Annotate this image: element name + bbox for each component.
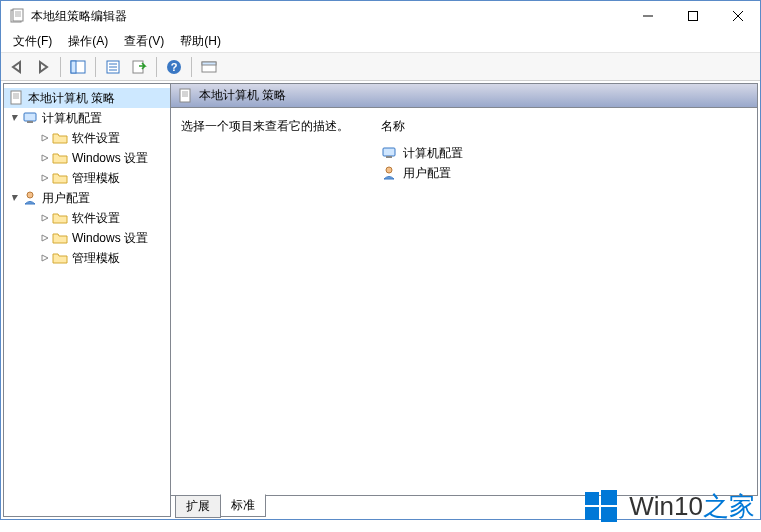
name-column-header[interactable]: 名称 <box>381 118 747 135</box>
svg-rect-34 <box>585 492 599 505</box>
folder-icon <box>52 210 68 226</box>
tree-computer-config[interactable]: 计算机配置 <box>4 108 170 128</box>
folder-icon <box>52 250 68 266</box>
content-area: 本地计算机 策略 选择一个项目来查看它的描述。 名称 计算机配置 <box>171 83 758 496</box>
tree-label: 计算机配置 <box>42 110 102 127</box>
watermark: Win10之家 <box>581 486 755 526</box>
tree-root[interactable]: 本地计算机 策略 <box>4 88 170 108</box>
tree-label: 用户配置 <box>42 190 90 207</box>
svg-text:?: ? <box>171 61 178 73</box>
menu-file[interactable]: 文件(F) <box>5 31 60 52</box>
svg-rect-35 <box>601 490 617 505</box>
menu-action[interactable]: 操作(A) <box>60 31 116 52</box>
filter-button[interactable] <box>197 56 221 78</box>
list-item-label: 用户配置 <box>403 165 451 182</box>
tree-software-settings[interactable]: 软件设置 <box>4 128 170 148</box>
expander-icon[interactable] <box>38 131 52 145</box>
tree-label: 管理模板 <box>72 170 120 187</box>
window-title: 本地组策略编辑器 <box>31 8 625 25</box>
toolbar-separator <box>191 57 192 77</box>
list-item-user[interactable]: 用户配置 <box>381 163 747 183</box>
policy-icon <box>8 90 24 106</box>
tree-admin-templates[interactable]: 管理模板 <box>4 248 170 268</box>
svg-rect-36 <box>585 507 599 520</box>
toolbar-separator <box>60 57 61 77</box>
svg-rect-24 <box>24 113 36 121</box>
tree-pane[interactable]: 本地计算机 策略 计算机配置 软件设置 Windows 设置 管理模板 <box>3 83 171 517</box>
list-item-computer[interactable]: 计算机配置 <box>381 143 747 163</box>
tree-label: Windows 设置 <box>72 150 148 167</box>
tree-label: 软件设置 <box>72 210 120 227</box>
tree-user-config[interactable]: 用户配置 <box>4 188 170 208</box>
expander-icon[interactable] <box>8 191 22 205</box>
tab-standard[interactable]: 标准 <box>220 494 266 517</box>
description-column: 选择一个项目来查看它的描述。 <box>181 118 381 485</box>
menu-help[interactable]: 帮助(H) <box>172 31 229 52</box>
right-pane: 本地计算机 策略 选择一个项目来查看它的描述。 名称 计算机配置 <box>171 83 758 517</box>
tree-label: 软件设置 <box>72 130 120 147</box>
svg-rect-10 <box>71 61 76 73</box>
expander-icon[interactable] <box>38 171 52 185</box>
back-button[interactable] <box>5 56 29 78</box>
tree-windows-settings[interactable]: Windows 设置 <box>4 148 170 168</box>
toolbar-separator <box>156 57 157 77</box>
tree-software-settings[interactable]: 软件设置 <box>4 208 170 228</box>
svg-rect-1 <box>13 9 23 21</box>
windows-logo-icon <box>581 486 621 526</box>
folder-icon <box>52 150 68 166</box>
show-hide-tree-button[interactable] <box>66 56 90 78</box>
help-button[interactable]: ? <box>162 56 186 78</box>
tab-extended[interactable]: 扩展 <box>175 495 221 518</box>
toolbar: ? <box>1 53 760 81</box>
content-header-title: 本地计算机 策略 <box>199 87 286 104</box>
list-item-label: 计算机配置 <box>403 145 463 162</box>
svg-rect-31 <box>383 148 395 156</box>
minimize-button[interactable] <box>625 1 670 31</box>
svg-rect-25 <box>27 121 33 123</box>
toolbar-separator <box>95 57 96 77</box>
expander-icon[interactable] <box>38 251 52 265</box>
svg-rect-19 <box>202 62 216 65</box>
svg-point-33 <box>386 167 392 173</box>
list-column: 名称 计算机配置 用户配置 <box>381 118 747 485</box>
detail-body: 选择一个项目来查看它的描述。 名称 计算机配置 用户配置 <box>171 108 757 495</box>
description-prompt: 选择一个项目来查看它的描述。 <box>181 118 381 135</box>
folder-icon <box>52 170 68 186</box>
window-controls <box>625 1 760 31</box>
tree-label: Windows 设置 <box>72 230 148 247</box>
computer-icon <box>381 145 397 161</box>
user-icon <box>22 190 38 206</box>
body: 本地计算机 策略 计算机配置 软件设置 Windows 设置 管理模板 <box>1 81 760 519</box>
tree-windows-settings[interactable]: Windows 设置 <box>4 228 170 248</box>
close-button[interactable] <box>715 1 760 31</box>
expander-icon[interactable] <box>38 151 52 165</box>
expander-icon[interactable] <box>38 231 52 245</box>
properties-button[interactable] <box>101 56 125 78</box>
folder-icon <box>52 230 68 246</box>
maximize-button[interactable] <box>670 1 715 31</box>
expander-icon[interactable] <box>38 211 52 225</box>
forward-button[interactable] <box>31 56 55 78</box>
app-icon <box>9 8 25 24</box>
svg-rect-32 <box>386 156 392 158</box>
folder-icon <box>52 130 68 146</box>
export-button[interactable] <box>127 56 151 78</box>
svg-rect-15 <box>133 61 143 73</box>
svg-point-26 <box>27 192 33 198</box>
tree-label: 管理模板 <box>72 250 120 267</box>
svg-rect-37 <box>601 507 617 522</box>
app-window: 本地组策略编辑器 文件(F) 操作(A) 查看(V) 帮助(H) ? 本地计算机… <box>0 0 761 520</box>
expander-icon[interactable] <box>8 111 22 125</box>
tree-admin-templates[interactable]: 管理模板 <box>4 168 170 188</box>
menubar: 文件(F) 操作(A) 查看(V) 帮助(H) <box>1 31 760 53</box>
watermark-text: Win10之家 <box>629 489 755 524</box>
content-header: 本地计算机 策略 <box>171 84 757 108</box>
user-icon <box>381 165 397 181</box>
titlebar: 本地组策略编辑器 <box>1 1 760 31</box>
tree-label: 本地计算机 策略 <box>28 90 115 107</box>
computer-icon <box>22 110 38 126</box>
menu-view[interactable]: 查看(V) <box>116 31 172 52</box>
policy-icon <box>177 88 193 104</box>
svg-rect-6 <box>688 12 697 21</box>
